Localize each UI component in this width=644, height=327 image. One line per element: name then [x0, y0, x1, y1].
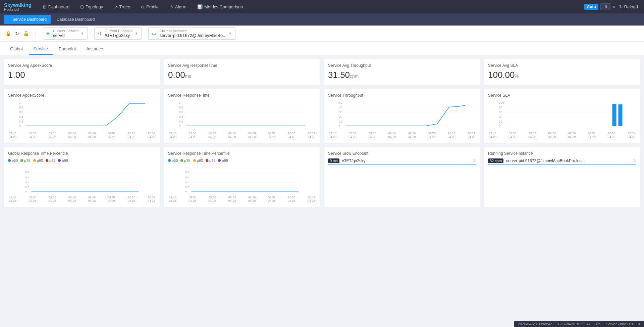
active-dot [8, 18, 11, 21]
tab-service[interactable]: Service [29, 44, 53, 55]
svg-text:0.8: 0.8 [185, 171, 189, 174]
tab-endpoint[interactable]: Endpoint [54, 44, 80, 55]
legend-dot-p50 [8, 159, 11, 162]
apdex-chart-card: Service ApdexScore 1 0.8 0.6 0.4 0.2 0 [4, 89, 160, 143]
unlock-icon[interactable]: 🔓 [23, 31, 29, 36]
trace-icon: ↗ [114, 4, 117, 9]
svg-text:40: 40 [499, 115, 502, 119]
tab-instance[interactable]: Instance [82, 44, 108, 55]
sla-chart-title: Service SLA [488, 93, 636, 98]
topology-icon: ⬡ [80, 4, 84, 9]
slow-endpoint-card: Service Slow Endpoint 0 ms /GET/go2sky ⧉ [324, 147, 480, 207]
throughput-chart-card: Service Throughput 50 40 30 20 10 0 [324, 89, 480, 143]
svg-text:30: 30 [339, 110, 342, 114]
legend-dot-p99 [58, 159, 61, 162]
legend-dot-p90 [33, 159, 36, 162]
instance-copy-icon[interactable]: ⧉ [633, 158, 636, 163]
svg-text:0.6: 0.6 [25, 176, 29, 179]
profile-icon: ⊙ [141, 4, 145, 9]
nav-dashboard[interactable]: ⊞ Dashboard [38, 0, 74, 13]
legend-p50: p50 [8, 158, 18, 162]
app-sub: Rocketbot [4, 8, 32, 11]
nav-topology[interactable]: ⬡ Topology [75, 0, 108, 13]
reload-icon: ↻ [619, 4, 623, 9]
sla-chart-svg: 100 80 60 40 20 0 [488, 100, 636, 131]
running-instance-card: Running ServiceInstance 32 cpm server-pi… [484, 147, 640, 207]
charts-row: Service ApdexScore 1 0.8 0.6 0.4 0.2 0 [4, 89, 640, 143]
instance-selector-icon: ▭ [152, 31, 156, 36]
service-percentile-x-labels: 09:4804-28 09:5004-28 09:5204-28 09:5404… [168, 196, 316, 203]
logo: Skywalking Rocketbot [4, 2, 32, 11]
apdex-chart-title: Service ApdexScore [8, 93, 156, 98]
auto-badge[interactable]: Auto [584, 4, 598, 10]
nav-alarm[interactable]: ⚠ Alarm [165, 0, 191, 13]
endpoint-selector[interactable]: ⟨⟩ Current Endpoint /GET/go2sky ▼ [94, 27, 142, 40]
sla-chart-card: Service SLA 100 80 60 40 20 0 [484, 89, 640, 143]
nav-trace-label: Trace [119, 4, 130, 9]
apdex-x-labels: 09:4804-28 09:5004-28 09:5204-28 09:5404… [8, 132, 156, 139]
svg-text:0.8: 0.8 [179, 106, 183, 109]
svg-text:0: 0 [25, 190, 27, 193]
endpoint-badge: 0 ms [328, 158, 339, 163]
refresh-icon[interactable]: ↻ [15, 31, 19, 36]
global-percentile-svg: 1 0.8 0.6 0.4 0.2 0 [8, 165, 156, 195]
endpoint-selector-content: Current Endpoint /GET/go2sky [105, 29, 132, 38]
service-selector[interactable]: ◈ Current Service server ▼ [43, 27, 88, 40]
nav-profile-label: Profile [146, 4, 159, 9]
divider-1 [36, 30, 36, 38]
svg-rect-48 [612, 104, 616, 126]
metrics-row: Service Avg ApdexScore 1.00 Service Avg … [4, 59, 640, 85]
legend-p99: p99 [58, 158, 68, 162]
svg-text:20: 20 [499, 120, 502, 123]
svg-text:0.6: 0.6 [179, 110, 183, 114]
sla-chart-wrap: 100 80 60 40 20 0 09:48 [488, 100, 636, 139]
nav-metrics[interactable]: 📊 Metrics Comparison [193, 0, 248, 13]
legend-dot-p95 [46, 159, 48, 162]
svc-legend-p90: p90 [193, 158, 203, 162]
svc-legend-p75: p75 [180, 158, 190, 162]
response-chart-title: Service ResponseTime [168, 93, 316, 98]
instance-list: 32 cpm server-pid:91672@JimmyMacBookPro.… [488, 158, 636, 165]
global-percentile-x-labels: 09:4804-28 09:5004-28 09:5204-28 09:5404… [8, 196, 156, 203]
metrics-icon: 📊 [197, 4, 203, 9]
apdex-score-card: Service Avg ApdexScore 1.00 [4, 59, 160, 85]
top-nav: Skywalking Rocketbot ⊞ Dashboard ⬡ Topol… [0, 0, 644, 13]
response-x-labels: 09:4804-28 09:5004-28 09:5204-28 09:5404… [168, 132, 316, 139]
svg-text:20: 20 [339, 115, 342, 119]
instance-selector[interactable]: ▭ Current Instance server-pid:91672@Jimm… [148, 27, 235, 40]
tab-global[interactable]: Global [5, 44, 28, 55]
nav-profile[interactable]: ⊙ Profile [136, 0, 163, 13]
slow-endpoint-title: Service Slow Endpoint [328, 151, 476, 156]
reload-button[interactable]: ↻ Reload [617, 4, 640, 10]
svg-text:10: 10 [339, 120, 342, 123]
slow-endpoint-list: 0 ms /GET/go2sky ⧉ [328, 158, 476, 165]
instance-item: 32 cpm server-pid:91672@JimmyMacBookPro.… [488, 158, 636, 165]
svg-text:0.6: 0.6 [19, 110, 23, 114]
running-instance-title: Running ServiceInstance [488, 151, 636, 156]
copy-icon[interactable]: ⧉ [473, 158, 476, 163]
global-percentile-chart-wrap: 1 0.8 0.6 0.4 0.2 0 09:4804-28 09:5 [8, 165, 156, 203]
interval-input[interactable] [600, 3, 611, 10]
svg-text:0.4: 0.4 [185, 181, 189, 184]
nav-trace[interactable]: ↗ Trace [109, 0, 135, 13]
service-dashboard-tab[interactable]: Service Dashboard [4, 15, 51, 24]
svg-text:80: 80 [499, 106, 502, 109]
apdex-score-title: Service Avg ApdexScore [8, 63, 156, 68]
legend-p75: p75 [20, 158, 30, 162]
database-dashboard-tab[interactable]: Database Dashboard [53, 15, 99, 24]
nav-topology-label: Topology [86, 4, 103, 9]
service-percentile-card: Service Response Time Percentile p50 p75… [164, 147, 320, 207]
legend-dot-p75 [20, 159, 23, 162]
throughput-x-labels: 09:4804-28 09:5004-28 09:5204-28 09:5404… [328, 132, 476, 139]
instance-badge: 32 cpm [488, 158, 503, 163]
svg-text:1: 1 [25, 165, 27, 168]
nav-right: Auto s ↻ Reload [584, 3, 640, 10]
sla-card: Service Avg SLA 100.00% [484, 59, 640, 85]
nav-alarm-label: Alarm [175, 4, 186, 9]
lock-icon[interactable]: 🔒 [5, 31, 11, 36]
svg-text:1: 1 [185, 165, 187, 168]
svc-legend-p99: p99 [218, 158, 228, 162]
svg-text:1: 1 [19, 101, 21, 104]
nav-metrics-label: Metrics Comparison [204, 4, 243, 9]
sla-title: Service Avg SLA [488, 63, 636, 68]
